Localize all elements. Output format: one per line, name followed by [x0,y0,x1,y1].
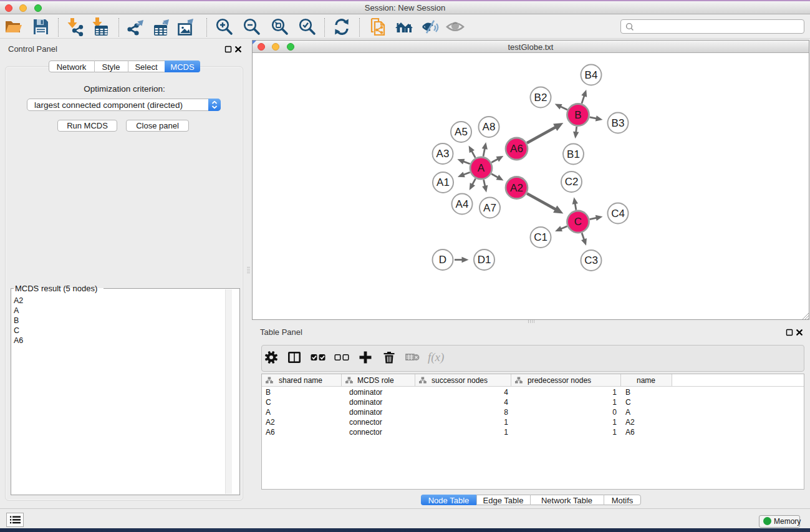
svg-text:C3: C3 [584,254,598,266]
svg-text:C1: C1 [534,231,547,243]
svg-text:C4: C4 [611,208,625,220]
svg-text:A5: A5 [455,126,468,138]
svg-text:B2: B2 [534,92,547,104]
svg-text:A2: A2 [510,182,523,194]
svg-text:A6: A6 [510,143,523,155]
svg-text:B: B [574,109,581,121]
svg-text:A: A [478,162,485,174]
svg-text:D: D [439,254,446,266]
svg-text:D1: D1 [478,254,491,266]
svg-text:B1: B1 [567,148,580,160]
svg-text:C: C [574,216,582,228]
svg-text:A1: A1 [436,177,450,188]
svg-text:B3: B3 [612,117,625,129]
svg-text:C2: C2 [565,176,579,188]
svg-text:A4: A4 [456,198,469,210]
svg-text:A8: A8 [483,121,496,133]
svg-text:B4: B4 [585,69,598,81]
svg-text:A7: A7 [483,202,496,214]
svg-text:A3: A3 [436,148,450,160]
